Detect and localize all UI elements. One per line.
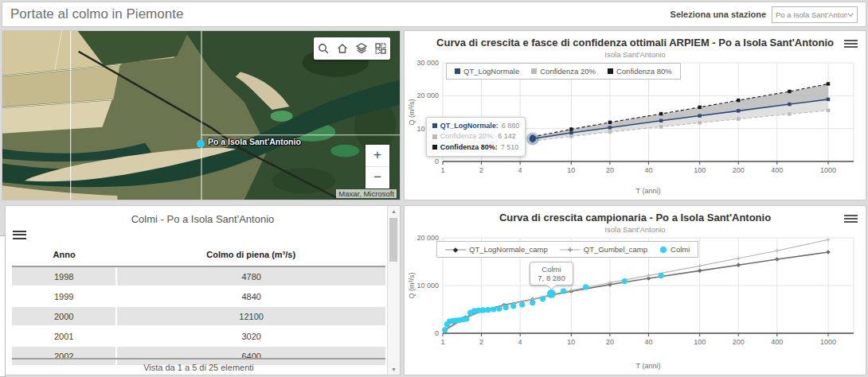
colmi-point[interactable] (491, 306, 496, 312)
svg-text:4: 4 (518, 338, 522, 346)
search-icon[interactable] (314, 37, 333, 60)
tooltip-series-name: Colmi (538, 265, 565, 274)
point-tooltip: Colmi7, 8 280 (530, 262, 573, 286)
svg-text:Q (m³/s): Q (m³/s) (408, 99, 416, 126)
chart-tooltip: QT_LogNormale:6 880Confidenza 20%:6 142C… (426, 117, 526, 157)
svg-text:T (anni): T (anni) (636, 362, 661, 370)
page-title: Portate al colmo in Piemonte (10, 6, 183, 22)
colmi-point[interactable] (530, 300, 535, 305)
home-icon[interactable] (333, 37, 352, 60)
header-bar: Portate al colmo in Piemonte Seleziona u… (2, 2, 866, 27)
station-marker[interactable] (197, 140, 205, 148)
legend-label: Confidenza 80% (616, 67, 672, 76)
legend-label: Confidenza 20% (540, 67, 596, 76)
chart-menu-icon[interactable] (844, 213, 858, 224)
colmi-point[interactable] (659, 273, 664, 278)
colmi-table-body: 1998478019994840200012100200130202002640… (12, 266, 385, 366)
svg-text:1: 1 (440, 338, 444, 346)
legend-label: QT_LogNormale_camp (469, 245, 548, 254)
column-header-colmo[interactable]: Colmo di piena (m³/s) (116, 246, 385, 266)
table-menu-icon[interactable] (13, 228, 26, 241)
map-zoom-control: + − (366, 145, 389, 188)
legend-label: QT_LogNormale (463, 67, 519, 76)
zoom-out-button[interactable]: − (366, 167, 389, 188)
scrollbar-thumb[interactable] (389, 218, 397, 262)
table-row[interactable]: 19994840 (12, 286, 385, 306)
table-row[interactable]: 20013020 (12, 326, 385, 346)
tooltip-line: Confidenza 80%:7 510 (432, 142, 520, 154)
table-cell: 2000 (12, 306, 116, 326)
svg-text:40: 40 (644, 338, 652, 346)
legend-item-square[interactable]: Confidenza 80% (608, 67, 672, 76)
scroll-up-icon[interactable]: ▲ (388, 208, 400, 214)
colmi-point[interactable] (503, 305, 509, 310)
zoom-in-button[interactable]: + (366, 145, 389, 167)
svg-text:30 000: 30 000 (416, 59, 439, 67)
svg-text:1: 1 (440, 166, 444, 174)
column-header-anno[interactable]: Anno (12, 246, 116, 266)
map-attribution: Maxar, Microsoft (336, 189, 397, 198)
colmi-point[interactable] (622, 278, 628, 284)
legend-item-line-plus[interactable]: QT_Gumbel_camp (560, 245, 647, 254)
svg-text:2: 2 (479, 338, 483, 346)
colmi-point[interactable] (463, 316, 469, 321)
svg-text:100: 100 (694, 166, 706, 174)
colmi-point[interactable] (496, 306, 502, 312)
table-cell: 1999 (12, 286, 116, 306)
chevron-down-icon (847, 12, 854, 17)
table-cell: 2001 (12, 326, 116, 346)
station-selector-value: Po a Isola Sant'Antonio (776, 10, 847, 19)
colmi-table-panel: Colmi - Po a Isola Sant'Antonio Anno Col… (5, 205, 401, 375)
tooltip-line: Confidenza 20%:6 142 (432, 131, 520, 142)
colmi-point[interactable] (547, 290, 556, 298)
station-selector-label: Seleziona una stazione (671, 10, 766, 19)
colmi-point[interactable] (540, 296, 545, 301)
legend-item-square[interactable]: Confidenza 20% (531, 67, 596, 76)
svg-text:T (anni): T (anni) (636, 187, 661, 195)
svg-text:1000: 1000 (820, 338, 836, 346)
table-row[interactable]: 19984780 (12, 266, 385, 286)
svg-text:4: 4 (518, 166, 522, 174)
station-marker-label: Po a Isola Sant'Antonio (208, 137, 301, 146)
table-cell: 3020 (116, 326, 385, 346)
colmi-table: Anno Colmo di piena (m³/s) 1998478019994… (12, 246, 385, 367)
svg-text:200: 200 (733, 166, 745, 174)
table-header-row: Anno Colmo di piena (m³/s) (12, 246, 385, 266)
colmi-point[interactable] (519, 301, 525, 307)
svg-text:Q (m³/s): Q (m³/s) (408, 273, 416, 299)
scroll-down-icon[interactable]: ▼ (388, 367, 400, 372)
station-selector-dropdown[interactable]: Po a Isola Sant'Antonio (772, 6, 858, 23)
svg-text:0: 0 (435, 157, 439, 165)
collapsed-panel-strip[interactable] (0, 235, 6, 377)
svg-text:20 000: 20 000 (416, 91, 439, 99)
table-cell: 4840 (116, 286, 385, 306)
legend-label: QT_Gumbel_camp (584, 245, 647, 254)
colmi-point[interactable] (510, 303, 516, 309)
svg-text:10 000: 10 000 (416, 282, 439, 290)
colmi-point[interactable] (485, 307, 491, 313)
table-cell: 1998 (12, 266, 116, 286)
svg-text:20 000: 20 000 (416, 234, 439, 242)
map-toolbar (314, 37, 390, 60)
svg-text:10: 10 (567, 166, 575, 174)
svg-text:400: 400 (771, 338, 783, 346)
svg-text:10: 10 (567, 338, 575, 346)
legend-item-square[interactable]: QT_LogNormale (455, 67, 519, 76)
basemap-icon[interactable] (371, 37, 390, 60)
svg-text:400: 400 (771, 166, 783, 174)
layers-icon[interactable] (352, 37, 371, 60)
svg-text:0: 0 (435, 329, 439, 337)
svg-text:20: 20 (606, 338, 614, 346)
colmi-point[interactable] (561, 289, 566, 294)
table-row[interactable]: 200012100 (12, 306, 385, 326)
legend-item-dot[interactable]: Colmi (659, 245, 690, 254)
colmi-point[interactable] (480, 307, 486, 313)
chart-title: Curva di crescita e fasce di confidenza … (405, 37, 866, 49)
chart-menu-icon[interactable] (844, 38, 858, 49)
table-pagination-status: Vista da 1 a 5 di 25 elementi (12, 358, 385, 375)
colmi-point[interactable] (442, 327, 448, 332)
svg-text:20: 20 (606, 166, 614, 174)
table-scrollbar[interactable]: ▲ ▼ (387, 206, 400, 375)
colmi-point[interactable] (583, 284, 588, 290)
legend-item-line-diamond[interactable]: QT_LogNormale_camp (445, 245, 548, 254)
